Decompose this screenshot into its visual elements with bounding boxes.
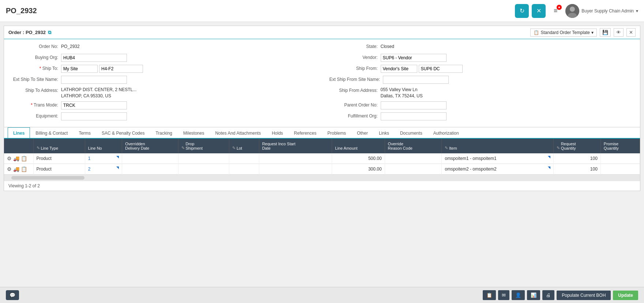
- col-drop-shipment: ✎ DropShipment: [178, 139, 229, 153]
- form-right: State: Closed Vendor: Ship From: Ext Shi…: [329, 43, 634, 123]
- tab-billing[interactable]: Billing & Contact: [30, 127, 73, 139]
- parent-order-label: Parent Order No:: [329, 101, 381, 108]
- panel-view-button[interactable]: 👁: [614, 28, 624, 37]
- equipment-input[interactable]: [61, 112, 127, 120]
- row2-override-reason: [385, 164, 442, 174]
- row2-request-inco: [259, 164, 332, 174]
- vendor-label: Vendor:: [329, 54, 381, 60]
- tab-problems[interactable]: Problems: [322, 127, 351, 139]
- tab-terms[interactable]: Terms: [73, 127, 96, 139]
- col-lot-edit-icon: ✎: [232, 146, 236, 150]
- row1-settings-icon[interactable]: ⚙: [7, 156, 12, 161]
- chevron-down-icon: ▾: [636, 8, 638, 14]
- col-line-amount: Line Amount: [332, 139, 385, 153]
- row1-promise-qty: [600, 153, 640, 164]
- buying-org-input[interactable]: [61, 54, 127, 62]
- ext-ship-from-row: Ext Ship From Site Name:: [329, 76, 634, 85]
- row2-settings-icon[interactable]: ⚙: [7, 166, 12, 172]
- ship-from-code-input[interactable]: [419, 65, 463, 73]
- header-actions: ↻ ✕ ≡ ★ Buyer Supply Chain Admin ▾: [515, 4, 638, 18]
- tab-links[interactable]: Links: [373, 127, 395, 139]
- row2-icons: ⚙ 🚚 📋: [4, 164, 33, 174]
- col-item: ✎ Item: [442, 139, 553, 153]
- panel-save-button[interactable]: 💾: [600, 28, 611, 37]
- buying-org-row: Buying Org:: [10, 54, 315, 63]
- row2-line-no-link[interactable]: 2: [88, 167, 91, 172]
- table-row: ⚙ 🚚 📋 Product 1: [4, 153, 640, 164]
- row2-lot: [229, 164, 259, 174]
- ship-from-label: Ship From:: [329, 65, 381, 71]
- col-req-qty-edit-icon: ✎: [557, 146, 560, 150]
- template-chevron-icon: ▾: [591, 30, 594, 35]
- equipment-row: Equipment:: [10, 112, 315, 121]
- tab-other[interactable]: Other: [351, 127, 373, 139]
- row2-truck-icon[interactable]: 🚚: [13, 166, 19, 172]
- fulfillment-org-input[interactable]: [381, 112, 447, 120]
- ship-to-code-input[interactable]: [99, 65, 143, 73]
- col-delivery-date-label: OverriddenDelivery Date: [125, 142, 149, 150]
- col-line-type-edit-icon: ✎: [37, 146, 40, 150]
- ext-ship-from-input[interactable]: [383, 76, 449, 84]
- scrollbar-row: [4, 175, 640, 181]
- ship-to-address-row: Ship To Address: LATHROP DIST. CENTER, 2…: [10, 87, 315, 99]
- app-title: PO_2932: [6, 7, 515, 15]
- col-item-label: Item: [449, 146, 457, 150]
- trans-mode-input[interactable]: [61, 101, 127, 109]
- row1-request-inco: [259, 153, 332, 164]
- refresh-button[interactable]: ↻: [515, 4, 529, 18]
- row1-delivery-date: [122, 153, 178, 164]
- copy-icon[interactable]: ⧉: [48, 30, 51, 35]
- row1-doc-icon[interactable]: 📋: [21, 156, 27, 161]
- parent-order-input[interactable]: [381, 101, 447, 109]
- avatar: [565, 4, 579, 18]
- order-title-text: Order : PO_2932: [8, 30, 46, 35]
- row1-truck-icon[interactable]: 🚚: [13, 156, 19, 161]
- template-dropdown[interactable]: 📋 Standard Order Template ▾: [530, 29, 597, 37]
- state-row: State: Closed: [329, 43, 634, 52]
- ship-from-site-input[interactable]: [381, 65, 417, 73]
- user-info[interactable]: Buyer Supply Chain Admin ▾: [565, 4, 638, 18]
- tab-holds[interactable]: Holds: [266, 127, 289, 139]
- horizontal-scrollbar[interactable]: [11, 176, 84, 180]
- equipment-label: Equipment:: [10, 112, 61, 119]
- col-line-amount-label: Line Amount: [335, 146, 357, 150]
- ship-from-inputs: [381, 65, 463, 73]
- close-button[interactable]: ✕: [532, 4, 546, 18]
- col-line-type-label: Line Type: [41, 146, 59, 150]
- tab-documents[interactable]: Documents: [395, 127, 428, 139]
- col-request-inco-label: Request Inco StartDate: [262, 142, 295, 150]
- row2-line-amount: 300.00: [332, 164, 385, 174]
- order-panel-title: Order : PO_2932 ⧉: [8, 30, 51, 35]
- row2-doc-icon[interactable]: 📋: [21, 166, 27, 172]
- panel-close-button[interactable]: ✕: [626, 28, 636, 37]
- tab-references[interactable]: References: [289, 127, 322, 139]
- tab-sac[interactable]: SAC & Penalty Codes: [96, 127, 150, 139]
- order-panel: Order : PO_2932 ⧉ 📋 Standard Order Templ…: [4, 26, 640, 191]
- ext-ship-to-row: Ext Ship To Site Name:: [10, 76, 315, 85]
- row1-override-reason: [385, 153, 442, 164]
- tab-authorization[interactable]: Authorization: [428, 127, 464, 139]
- col-override-reason: OverrideReason Code: [385, 139, 442, 153]
- row1-request-qty: 100: [553, 153, 600, 164]
- col-line-no-label: Line No: [88, 146, 102, 150]
- vendor-input[interactable]: [381, 54, 447, 62]
- order-panel-right: 📋 Standard Order Template ▾ 💾 👁 ✕: [530, 28, 636, 37]
- ext-ship-to-input[interactable]: [61, 76, 127, 84]
- row1-line-type: Product: [33, 153, 85, 164]
- menu-button[interactable]: ≡ ★: [549, 4, 562, 18]
- tab-lines[interactable]: Lines: [8, 127, 30, 139]
- tab-tracking[interactable]: Tracking: [150, 127, 178, 139]
- notification-badge: ★: [557, 5, 562, 10]
- template-label: Standard Order Template: [541, 30, 590, 35]
- ship-to-site-input[interactable]: [61, 65, 98, 73]
- row2-request-qty: 100: [553, 164, 600, 174]
- row1-line-no-link[interactable]: 1: [88, 156, 91, 161]
- tab-milestones[interactable]: Milestones: [178, 127, 210, 139]
- trans-mode-label: Trans Mode:: [10, 101, 61, 108]
- tab-notes[interactable]: Notes And Attachments: [210, 127, 266, 139]
- col-promise-qty: PromiseQuantity: [600, 139, 640, 153]
- table-row: ⚙ 🚚 📋 Product 2: [4, 164, 640, 174]
- lines-table: ✎ Line Type Line No OverriddenDelivery D…: [4, 139, 640, 175]
- vendor-row: Vendor:: [329, 54, 634, 63]
- template-icon: 📋: [534, 30, 539, 35]
